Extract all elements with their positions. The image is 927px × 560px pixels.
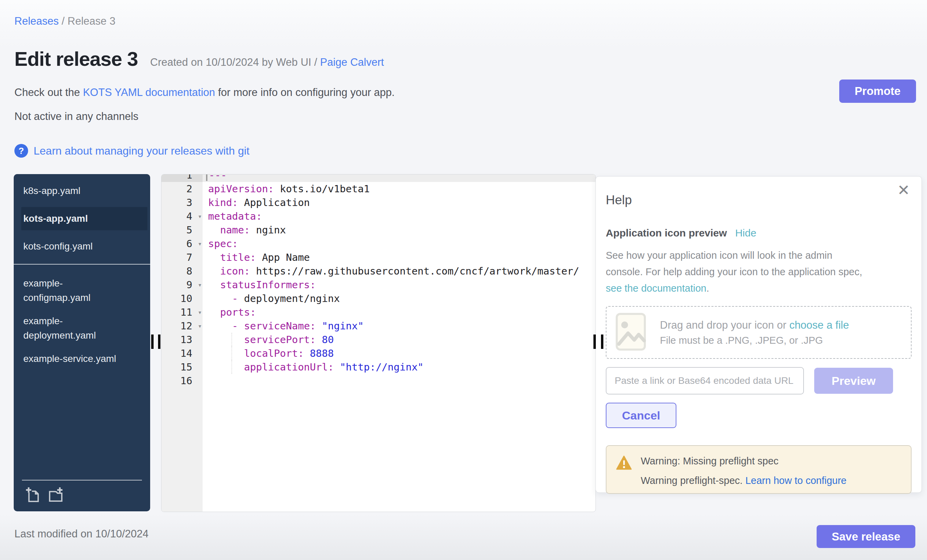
dropzone-instruction: Drag and drop your icon or xyxy=(660,319,789,331)
image-placeholder-icon xyxy=(615,313,646,352)
created-text: Created on 10/10/2024 by Web UI / xyxy=(150,56,320,68)
dropzone-text: Drag and drop your icon or choose a file… xyxy=(660,319,849,346)
help-panel-title: Help xyxy=(606,193,912,207)
line-number: 3 xyxy=(161,196,203,209)
example-file-list: example-configmap.yamlexample-deployment… xyxy=(14,276,150,366)
code-line[interactable]: 2apiVersion: kots.io/v1beta1 xyxy=(161,182,596,196)
promote-button[interactable]: Promote xyxy=(839,79,916,103)
fold-arrow-icon[interactable]: ▾ xyxy=(198,237,202,250)
last-modified-text: Last modified on 10/10/2024 xyxy=(14,528,149,540)
fold-arrow-icon[interactable]: ▾ xyxy=(198,209,202,223)
sidebar-bottom xyxy=(22,480,142,507)
right-pane-resize-handle[interactable] xyxy=(601,334,603,349)
file-list-divider xyxy=(14,264,150,264)
left-pane-resize-handle[interactable] xyxy=(151,334,153,349)
file-item-kots-app.yaml[interactable]: kots-app.yaml xyxy=(21,207,147,230)
line-number: 10 xyxy=(161,291,203,305)
new-folder-icon[interactable] xyxy=(48,487,64,504)
line-number: 5 xyxy=(161,223,203,237)
file-item-example-service.yaml[interactable]: example-service.yaml xyxy=(23,352,122,366)
code-line[interactable]: 16 xyxy=(161,374,596,388)
line-number: 12▾ xyxy=(161,319,203,333)
fold-arrow-icon[interactable]: ▾ xyxy=(198,278,202,291)
code-line[interactable]: 13 servicePort: 80 xyxy=(161,333,596,346)
line-number: 4▾ xyxy=(161,209,203,223)
close-icon[interactable]: ✕ xyxy=(897,183,910,198)
description-line-2: console. For help adding your icon to th… xyxy=(606,266,862,277)
code-line[interactable]: 6▾spec: xyxy=(161,237,596,250)
icon-dropzone[interactable]: Drag and drop your icon or choose a file… xyxy=(606,306,912,359)
breadcrumb-separator: / xyxy=(59,15,68,27)
question-circle-icon: ? xyxy=(14,144,28,158)
yaml-editor[interactable]: 1---2apiVersion: kots.io/v1beta13kind: A… xyxy=(161,174,596,512)
file-item-example-configmap.yaml[interactable]: example-configmap.yaml xyxy=(23,276,122,305)
code-line[interactable]: 4▾metadata: xyxy=(161,209,596,223)
choose-file-link[interactable]: choose a file xyxy=(789,319,849,331)
line-number: 13 xyxy=(161,333,203,346)
code-line[interactable]: 15 applicationUrl: "http://nginx" xyxy=(161,360,596,374)
description-period: . xyxy=(706,283,709,294)
dropzone-filetypes: File must be a .PNG, .JPEG, or .JPG xyxy=(660,335,849,346)
icon-link-input[interactable] xyxy=(606,367,804,395)
file-item-example-deployment.yaml[interactable]: example-deployment.yaml xyxy=(23,314,122,343)
description-line-1: See how your application icon will look … xyxy=(606,250,832,261)
git-help-link[interactable]: Learn about managing your releases with … xyxy=(33,145,249,157)
page-title: Edit release 3 xyxy=(14,47,138,70)
warning-line-2: Warning preflight-spec. xyxy=(641,475,745,486)
intro-text-before: Check out the xyxy=(14,87,83,99)
new-file-icon[interactable] xyxy=(25,487,41,504)
right-pane-resize-handle[interactable] xyxy=(593,334,596,349)
warning-text: Warning: Missing preflight spec Warning … xyxy=(641,455,846,486)
code-line[interactable]: 9▾ statusInformers: xyxy=(161,278,596,291)
code-line[interactable]: 1--- xyxy=(161,174,596,182)
cancel-button[interactable]: Cancel xyxy=(606,403,676,428)
intro-line: Check out the KOTS YAML documentation fo… xyxy=(14,87,395,99)
file-item-k8s-app.yaml[interactable]: k8s-app.yaml xyxy=(23,184,122,198)
icon-preview-description: See how your application icon will look … xyxy=(606,247,912,296)
icon-preview-header: Application icon preview Hide xyxy=(606,227,912,239)
code-line[interactable]: 11▾ ports: xyxy=(161,305,596,319)
line-number: 15 xyxy=(161,360,203,374)
code-line[interactable]: 7 title: App Name xyxy=(161,250,596,264)
left-pane-resize-handle[interactable] xyxy=(158,334,160,349)
line-number: 8 xyxy=(161,264,203,278)
breadcrumb: Releases / Release 3 xyxy=(14,15,115,27)
line-number: 1 xyxy=(161,174,203,182)
git-help-row: ? Learn about managing your releases wit… xyxy=(14,144,249,158)
help-panel: ✕ Help Application icon preview Hide See… xyxy=(596,176,922,493)
code-line[interactable]: 12▾ - serviceName: "nginx" xyxy=(161,319,596,333)
icon-link-row: Preview xyxy=(606,367,912,395)
created-meta: Created on 10/10/2024 by Web UI / Paige … xyxy=(150,56,384,68)
see-documentation-link[interactable]: see the documentation xyxy=(606,283,706,294)
warning-line-1: Warning: Missing preflight spec xyxy=(641,455,846,467)
code-line[interactable]: 14 localPort: 8888 xyxy=(161,346,596,360)
code-line[interactable]: 3kind: Application xyxy=(161,196,596,209)
code-line[interactable]: 10 - deployment/nginx xyxy=(161,291,596,305)
save-release-button[interactable]: Save release xyxy=(817,525,915,548)
learn-configure-link[interactable]: Learn how to configure xyxy=(745,475,846,486)
text-cursor xyxy=(206,174,207,181)
line-number: 9▾ xyxy=(161,278,203,291)
fold-arrow-icon[interactable]: ▾ xyxy=(198,319,202,333)
main-file-list: k8s-app.yamlkots-app.yamlkots-config.yam… xyxy=(14,174,150,253)
line-number: 11▾ xyxy=(161,305,203,319)
icon-preview-title: Application icon preview xyxy=(606,227,727,239)
code-line[interactable]: 8 icon: https://raw.githubusercontent.co… xyxy=(161,264,596,278)
sidebar-bottom-divider xyxy=(22,480,142,481)
sidebar-tools xyxy=(22,485,142,507)
line-number: 2 xyxy=(161,182,203,196)
hide-link[interactable]: Hide xyxy=(735,227,756,239)
warning-triangle-icon xyxy=(616,455,632,486)
author-link[interactable]: Paige Calvert xyxy=(320,56,384,68)
breadcrumb-current: Release 3 xyxy=(68,15,115,27)
code-line[interactable]: 5 name: nginx xyxy=(161,223,596,237)
fold-arrow-icon[interactable]: ▾ xyxy=(198,305,202,319)
kots-yaml-doc-link[interactable]: KOTS YAML documentation xyxy=(83,87,215,99)
breadcrumb-releases-link[interactable]: Releases xyxy=(14,15,59,27)
channel-status: Not active in any channels xyxy=(14,110,138,123)
line-number: 6▾ xyxy=(161,237,203,250)
file-item-kots-config.yaml[interactable]: kots-config.yaml xyxy=(23,239,122,253)
edit-release-page: Releases / Release 3 Edit release 3 Crea… xyxy=(0,0,927,560)
preflight-warning-box: Warning: Missing preflight spec Warning … xyxy=(606,445,912,494)
preview-button[interactable]: Preview xyxy=(814,368,893,394)
